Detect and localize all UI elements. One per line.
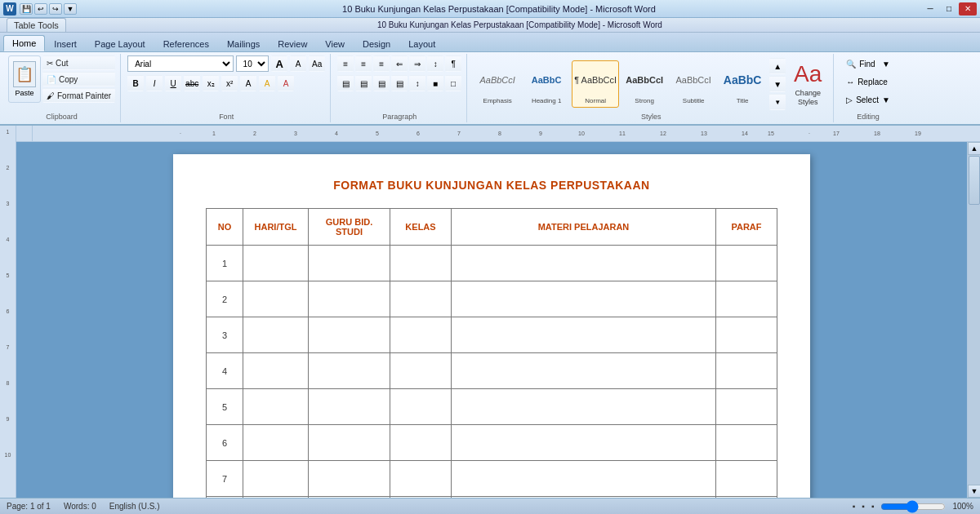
scrollbar-track[interactable] bbox=[968, 155, 980, 485]
align-left-button[interactable]: ▤ bbox=[337, 75, 354, 91]
view-print-icon[interactable]: ▪ bbox=[853, 502, 856, 511]
line-spacing-button[interactable]: ↕ bbox=[409, 75, 425, 91]
cell-row4-col2[interactable] bbox=[309, 353, 390, 389]
cell-row2-col5[interactable] bbox=[716, 281, 777, 317]
numbering-button[interactable]: ≡ bbox=[355, 55, 372, 72]
cell-row1-col1[interactable] bbox=[243, 246, 309, 281]
redo-quick-btn[interactable]: ↪ bbox=[49, 3, 62, 15]
justify-button[interactable]: ▤ bbox=[391, 75, 408, 91]
tab-page-layout[interactable]: Page Layout bbox=[86, 35, 154, 51]
table-row[interactable]: 5 bbox=[207, 389, 777, 425]
superscript-button[interactable]: x² bbox=[221, 75, 238, 91]
show-hide-button[interactable]: ¶ bbox=[445, 55, 461, 72]
tab-layout[interactable]: Layout bbox=[399, 35, 444, 51]
cell-row4-col5[interactable] bbox=[716, 353, 777, 389]
change-styles-button[interactable]: Aa Change Styles bbox=[787, 55, 828, 113]
table-row[interactable]: 4 bbox=[207, 353, 777, 389]
style-normal[interactable]: ¶ AaBbCcI Normal bbox=[572, 60, 619, 108]
center-button[interactable]: ▤ bbox=[355, 75, 372, 91]
paste-button[interactable]: 📋 Paste bbox=[8, 55, 41, 103]
cell-row3-col5[interactable] bbox=[716, 317, 777, 353]
table-row[interactable]: 7 bbox=[207, 461, 777, 497]
minimize-btn[interactable]: ─ bbox=[921, 2, 939, 16]
cell-row5-col1[interactable] bbox=[243, 389, 309, 425]
table-row[interactable]: 1 bbox=[207, 246, 777, 281]
cell-row4-col4[interactable] bbox=[452, 353, 716, 389]
borders-button[interactable]: □ bbox=[445, 75, 461, 91]
tab-view[interactable]: View bbox=[316, 35, 354, 51]
cell-row3-col2[interactable] bbox=[309, 317, 390, 353]
format-painter-button[interactable]: 🖌 Format Painter bbox=[42, 88, 115, 103]
change-case-button[interactable]: Aa bbox=[309, 55, 325, 72]
tab-mailings[interactable]: Mailings bbox=[218, 35, 269, 51]
scroll-down-btn[interactable]: ▼ bbox=[968, 485, 980, 498]
style-strong[interactable]: AaBbCcI Strong bbox=[621, 60, 668, 108]
cell-row7-col1[interactable] bbox=[243, 461, 309, 497]
cell-row6-col4[interactable] bbox=[452, 425, 716, 461]
cell-row1-col4[interactable] bbox=[452, 246, 716, 281]
cell-row7-col5[interactable] bbox=[716, 461, 777, 497]
tab-review[interactable]: Review bbox=[269, 35, 316, 51]
shrink-font-button[interactable]: A bbox=[290, 55, 306, 72]
styles-scroll-down[interactable]: ▼ bbox=[769, 76, 786, 92]
grow-font-button[interactable]: A bbox=[271, 55, 287, 72]
cell-row2-col4[interactable] bbox=[452, 281, 716, 317]
multilevel-button[interactable]: ≡ bbox=[373, 55, 390, 72]
cell-row2-col3[interactable] bbox=[390, 281, 452, 317]
zoom-slider[interactable] bbox=[880, 503, 946, 511]
tab-insert[interactable]: Insert bbox=[45, 35, 86, 51]
cell-row2-col1[interactable] bbox=[243, 281, 309, 317]
cell-row8-col3[interactable] bbox=[390, 497, 452, 498]
view-full-icon[interactable]: ▪ bbox=[862, 502, 865, 511]
cell-row3-col3[interactable] bbox=[390, 317, 452, 353]
maximize-btn[interactable]: □ bbox=[940, 2, 958, 16]
undo-quick-btn[interactable]: ↩ bbox=[34, 3, 47, 15]
replace-button[interactable]: ↔ Replace bbox=[840, 73, 896, 90]
tab-home[interactable]: Home bbox=[3, 35, 45, 51]
cell-row6-col2[interactable] bbox=[309, 425, 390, 461]
cell-row3-col1[interactable] bbox=[243, 317, 309, 353]
cell-row5-col5[interactable] bbox=[716, 389, 777, 425]
styles-more[interactable]: ▼ bbox=[769, 94, 786, 110]
scrollbar-thumb[interactable] bbox=[969, 156, 980, 205]
subscript-button[interactable]: x₂ bbox=[203, 75, 219, 91]
customize-quick-btn[interactable]: ▼ bbox=[64, 3, 77, 15]
cell-row6-col3[interactable] bbox=[390, 425, 452, 461]
italic-button[interactable]: I bbox=[146, 75, 163, 91]
cell-row8-col5[interactable] bbox=[716, 497, 777, 498]
style-subtitle[interactable]: AaBbCcI Subtitle bbox=[670, 60, 717, 108]
document-table[interactable]: NO HARI/TGL GURU BID. STUDI KELAS MATERI… bbox=[206, 208, 777, 498]
table-row[interactable]: 8 bbox=[207, 497, 777, 498]
increase-indent-button[interactable]: ⇒ bbox=[409, 55, 425, 72]
shading-button[interactable]: ■ bbox=[427, 75, 443, 91]
font-size-select[interactable]: 10 bbox=[236, 55, 269, 72]
doc-content[interactable]: FORMAT BUKU KUNJUNGAN KELAS PERPUSTAKAAN… bbox=[16, 142, 967, 498]
save-quick-btn[interactable]: 💾 bbox=[20, 3, 33, 15]
select-button[interactable]: ▷ Select ▼ bbox=[840, 91, 896, 108]
cell-row8-col1[interactable] bbox=[243, 497, 309, 498]
scroll-up-btn[interactable]: ▲ bbox=[968, 142, 980, 155]
underline-button[interactable]: U bbox=[165, 75, 181, 91]
cell-row1-col3[interactable] bbox=[390, 246, 452, 281]
cell-row3-col4[interactable] bbox=[452, 317, 716, 353]
style-title[interactable]: AaBbC Title bbox=[719, 60, 766, 108]
style-heading1[interactable]: AaBbC Heading 1 bbox=[523, 60, 570, 108]
cell-row1-col2[interactable] bbox=[309, 246, 390, 281]
font-name-select[interactable]: Arial bbox=[127, 55, 234, 72]
align-right-button[interactable]: ▤ bbox=[373, 75, 390, 91]
cell-row8-col4[interactable] bbox=[452, 497, 716, 498]
cell-row1-col5[interactable] bbox=[716, 246, 777, 281]
cell-row7-col2[interactable] bbox=[309, 461, 390, 497]
cell-row6-col5[interactable] bbox=[716, 425, 777, 461]
find-button[interactable]: 🔍 Find ▼ bbox=[840, 55, 896, 72]
cell-row7-col3[interactable] bbox=[390, 461, 452, 497]
font-color-button[interactable]: A bbox=[278, 75, 294, 91]
cell-row5-col3[interactable] bbox=[390, 389, 452, 425]
style-emphasis[interactable]: AaBbCcI Emphasis bbox=[474, 60, 521, 108]
cell-row2-col2[interactable] bbox=[309, 281, 390, 317]
table-row[interactable]: 6 bbox=[207, 425, 777, 461]
sort-button[interactable]: ↕ bbox=[427, 55, 443, 72]
table-row[interactable]: 2 bbox=[207, 281, 777, 317]
decrease-indent-button[interactable]: ⇐ bbox=[391, 55, 408, 72]
cell-row8-col2[interactable] bbox=[309, 497, 390, 498]
